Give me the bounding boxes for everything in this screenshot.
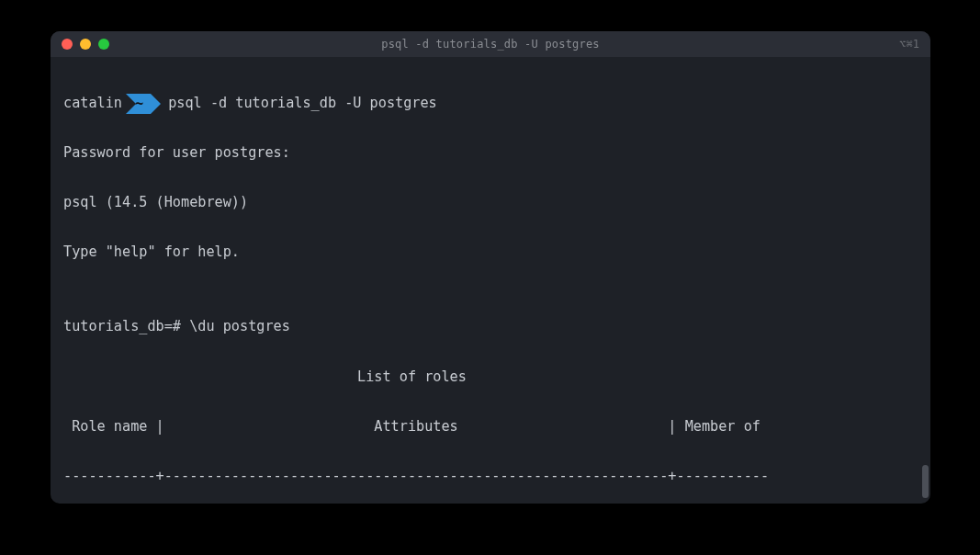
terminal-body[interactable]: catalin ~psql -d tutorials_db -U postgre… xyxy=(51,57,930,504)
scrollbar-thumb[interactable] xyxy=(922,465,929,498)
traffic-lights xyxy=(62,39,109,50)
output-line: Password for user postgres: xyxy=(63,141,918,165)
psql-prompt-line: tutorials_db=# \du postgres xyxy=(63,314,918,339)
chevron-right-icon xyxy=(151,94,161,114)
terminal-window: psql -d tutorials_db -U postgres ⌥⌘1 cat… xyxy=(51,31,930,504)
close-icon[interactable] xyxy=(62,39,73,50)
output-line: psql (14.5 (Homebrew)) xyxy=(63,190,918,215)
titlebar: psql -d tutorials_db -U postgres ⌥⌘1 xyxy=(51,31,930,57)
maximize-icon[interactable] xyxy=(98,39,109,50)
session-indicator: ⌥⌘1 xyxy=(899,38,919,51)
shell-prompt-line: catalin ~psql -d tutorials_db -U postgre… xyxy=(63,91,918,116)
window-title: psql -d tutorials_db -U postgres xyxy=(51,38,930,51)
prompt-cwd-segment: ~ xyxy=(126,94,161,114)
table-header: Role name | Attributes | Member of xyxy=(63,414,918,439)
output-line: Type "help" for help. xyxy=(63,240,918,265)
shell-command: psql -d tutorials_db -U postgres xyxy=(161,91,437,116)
minimize-icon[interactable] xyxy=(80,39,91,50)
prompt-user: catalin xyxy=(63,91,126,116)
table-title: List of roles xyxy=(63,365,918,390)
table-separator: -----------+----------------------------… xyxy=(63,464,918,489)
